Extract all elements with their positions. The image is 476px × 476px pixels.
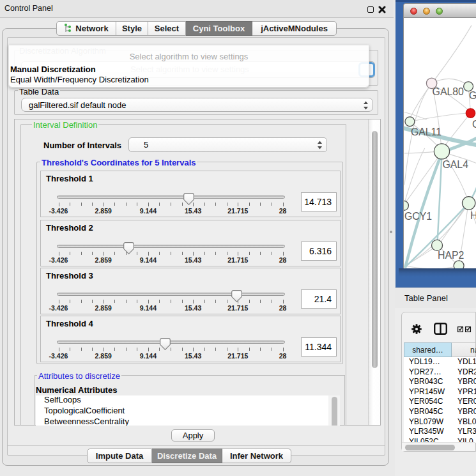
svg-text:C: C bbox=[472, 119, 476, 130]
svg-text:GAL11: GAL11 bbox=[411, 127, 441, 137]
svg-text:GAL4: GAL4 bbox=[442, 159, 468, 170]
svg-text:GA: GA bbox=[469, 90, 476, 101]
svg-text:GCY1: GCY1 bbox=[404, 211, 432, 222]
svg-text:HAP2: HAP2 bbox=[438, 250, 464, 261]
svg-text:GAL80: GAL80 bbox=[433, 86, 464, 97]
svg-text:H: H bbox=[470, 210, 476, 221]
